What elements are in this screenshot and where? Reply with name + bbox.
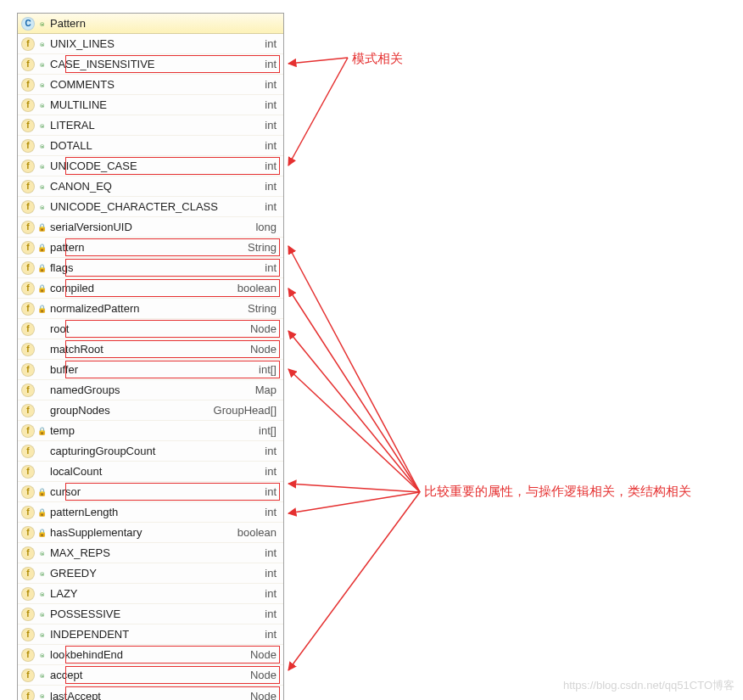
field-icon: f: [21, 506, 35, 519]
field-row[interactable]: f🔒tempint[]: [18, 421, 283, 441]
field-row[interactable]: f⍟UNIX_LINESint: [18, 34, 283, 54]
field-type: int: [265, 546, 280, 559]
modifier-badge-icon: ⍟: [36, 141, 47, 151]
field-icon: f: [21, 119, 35, 132]
svg-line-5: [288, 369, 420, 492]
field-name: pattern: [47, 241, 248, 254]
modifier-badge-icon: ⍟: [36, 630, 47, 640]
field-row[interactable]: f🔒cursorint: [18, 482, 283, 502]
field-icon: f: [21, 343, 35, 356]
field-name: MULTILINE: [47, 98, 265, 111]
modifier-badge-icon: ⍟: [36, 161, 47, 171]
field-row[interactable]: f⍟DOTALLint: [18, 136, 283, 156]
field-name: UNIX_LINES: [47, 37, 265, 50]
field-icon: f: [21, 302, 35, 316]
annotation-mid: 比较重要的属性，与操作逻辑相关，类结构相关: [424, 482, 729, 500]
field-icon: f: [21, 689, 35, 700]
field-row[interactable]: f⍟CASE_INSENSITIVEint: [18, 54, 283, 75]
field-icon: f: [21, 485, 35, 499]
field-name: temp: [47, 424, 259, 437]
field-type: long: [255, 221, 280, 233]
field-name: normalizedPattern: [47, 302, 248, 315]
field-row[interactable]: f⍟CANON_EQint: [18, 176, 283, 197]
field-icon: f: [21, 526, 35, 540]
field-name: lastAccept: [47, 690, 250, 701]
field-row[interactable]: f🔒normalizedPatternString: [18, 299, 283, 319]
modifier-badge-icon: ⍟: [36, 650, 47, 660]
field-icon: f: [21, 587, 35, 601]
field-type: int: [265, 180, 280, 193]
modifier-badge-icon: 🔒: [36, 243, 47, 253]
field-type: Node: [250, 322, 280, 335]
field-row[interactable]: f⍟COMMENTSint: [18, 75, 283, 95]
field-name: GREEDY: [47, 567, 265, 580]
field-name: CANON_EQ: [47, 180, 265, 193]
field-row[interactable]: f⍟UNICODE_CASEint: [18, 156, 283, 176]
modifier-badge-icon: 🔒: [36, 507, 47, 518]
field-type: int: [265, 261, 280, 274]
field-name: groupNodes: [47, 404, 214, 417]
field-row[interactable]: f🔒compiledboolean: [18, 278, 283, 299]
field-row[interactable]: f⍟MULTILINEint: [18, 95, 283, 115]
svg-line-6: [288, 484, 420, 492]
field-type: Map: [255, 384, 280, 396]
field-row[interactable]: f⍟POSSESSIVEint: [18, 604, 283, 624]
field-icon: f: [21, 608, 35, 621]
field-row[interactable]: f⍟GREEDYint: [18, 563, 283, 584]
field-type: int: [265, 506, 280, 518]
field-row[interactable]: f🔒patternString: [18, 238, 283, 258]
field-icon: f: [21, 424, 35, 438]
field-icon: f: [21, 669, 35, 682]
field-type: String: [248, 241, 280, 254]
field-name: UNICODE_CASE: [47, 160, 265, 172]
field-name: localCount: [47, 465, 265, 478]
svg-line-2: [288, 246, 420, 492]
field-row[interactable]: f🔒serialVersionUIDlong: [18, 217, 283, 238]
class-header-row[interactable]: C ⍟ Pattern: [18, 14, 283, 34]
field-icon: f: [21, 98, 35, 112]
field-row[interactable]: f⍟LAZYint: [18, 584, 283, 604]
field-type: int[]: [259, 363, 280, 376]
modifier-badge-icon: ⍟: [36, 609, 47, 619]
field-name: root: [47, 322, 250, 335]
field-row[interactable]: fbufferint[]: [18, 360, 283, 380]
field-type: int: [265, 567, 280, 580]
field-row[interactable]: f⍟LITERALint: [18, 115, 283, 136]
field-type: int: [265, 485, 280, 498]
field-name: INDEPENDENT: [47, 628, 265, 641]
field-row[interactable]: f🔒patternLengthint: [18, 502, 283, 523]
modifier-badge-icon: 🔒: [36, 263, 47, 273]
field-type: int: [265, 160, 280, 172]
class-name: Pattern: [47, 17, 280, 30]
modifier-badge-icon: 🔒: [36, 222, 47, 232]
modifier-badge-icon: ⍟: [36, 202, 47, 212]
svg-line-0: [288, 58, 348, 64]
field-icon: f: [21, 567, 35, 580]
field-row[interactable]: fmatchRootNode: [18, 339, 283, 360]
modifier-badge-icon: ⍟: [36, 80, 47, 90]
field-name: DOTALL: [47, 139, 265, 152]
field-row[interactable]: fnamedGroupsMap: [18, 380, 283, 400]
field-row[interactable]: fcapturingGroupCountint: [18, 441, 283, 462]
field-icon: f: [21, 139, 35, 153]
field-icon: f: [21, 78, 35, 92]
field-row[interactable]: f⍟UNICODE_CHARACTER_CLASSint: [18, 197, 283, 217]
field-row[interactable]: f⍟lastAcceptNode: [18, 686, 283, 700]
svg-line-1: [288, 58, 348, 165]
field-row[interactable]: f🔒flagsint: [18, 258, 283, 278]
field-row[interactable]: f⍟MAX_REPSint: [18, 543, 283, 563]
field-row[interactable]: f⍟acceptNode: [18, 665, 283, 686]
field-row[interactable]: frootNode: [18, 319, 283, 339]
field-row[interactable]: f⍟lookbehindEndNode: [18, 645, 283, 665]
field-type: boolean: [237, 282, 280, 294]
field-row[interactable]: f🔒hasSupplementaryboolean: [18, 523, 283, 543]
field-type: int: [265, 465, 280, 478]
field-name: cursor: [47, 485, 265, 498]
field-type: int: [265, 98, 280, 111]
structure-panel: C ⍟ Pattern f⍟UNIX_LINESintf⍟CASE_INSENS…: [17, 13, 284, 700]
field-row[interactable]: fgroupNodesGroupHead[]: [18, 400, 283, 421]
field-icon: f: [21, 160, 35, 173]
field-row[interactable]: flocalCountint: [18, 462, 283, 482]
field-icon: f: [21, 648, 35, 662]
field-row[interactable]: f⍟INDEPENDENTint: [18, 624, 283, 645]
